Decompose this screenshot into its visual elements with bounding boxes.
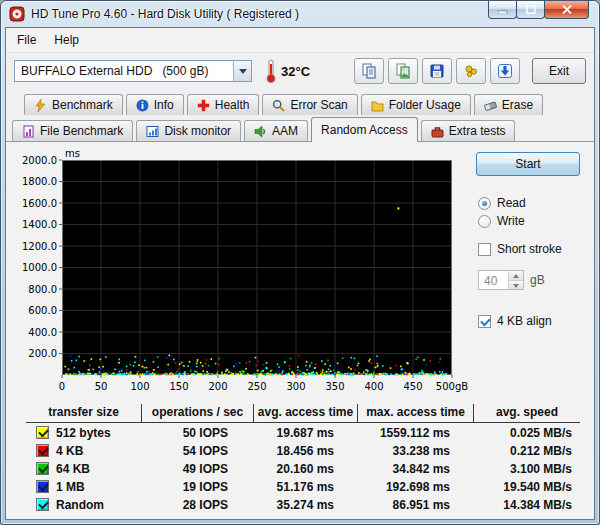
tab-folder-usage[interactable]: Folder Usage: [361, 94, 471, 115]
table-row: 512 bytes 50 IOPS 19.687 ms 1559.112 ms …: [26, 424, 580, 441]
kb-align-checkbox[interactable]: [478, 315, 491, 328]
file-benchmark-icon: [22, 125, 35, 138]
toolbar-buttons: [354, 58, 520, 84]
minimize-button[interactable]: [488, 1, 517, 19]
y-axis-label: 800.0: [28, 284, 57, 295]
max-access-value: 1559.112 ms: [358, 426, 474, 440]
tab-extra-tests[interactable]: Extra tests: [421, 120, 516, 141]
health-icon: [197, 99, 210, 112]
download-arrow-icon: [497, 63, 513, 79]
tab-benchmark[interactable]: Benchmark: [24, 94, 123, 115]
max-access-value: 34.842 ms: [358, 462, 474, 476]
options-icon: [463, 63, 479, 79]
chevron-down-icon[interactable]: [233, 61, 251, 81]
maximize-button[interactable]: [516, 1, 545, 19]
tab-file-benchmark[interactable]: File Benchmark: [12, 120, 133, 141]
tab-strip: Benchmark Info Health Error Scan Folder …: [6, 90, 594, 141]
series-checkbox[interactable]: [36, 462, 49, 475]
y-axis-label: 600.0: [28, 305, 57, 316]
x-axis-label: 450: [403, 381, 422, 392]
maximize-icon: [526, 5, 536, 14]
tab-disk-monitor[interactable]: Disk monitor: [136, 120, 241, 141]
eraser-icon: [484, 99, 497, 112]
client-area: File Help BUFFALO External HDD (500 gB) …: [5, 27, 595, 520]
column-header: operations / sec: [142, 404, 254, 422]
window-controls: [489, 1, 589, 19]
minimize-icon: [498, 5, 508, 14]
copy-screenshot-button[interactable]: [388, 58, 418, 84]
tab-label: File Benchmark: [40, 124, 123, 138]
start-button[interactable]: Start: [476, 152, 580, 176]
short-stroke-size-spinner[interactable]: 40: [478, 270, 524, 290]
short-stroke-size-value[interactable]: 40: [479, 271, 508, 289]
tab-error-scan[interactable]: Error Scan: [262, 94, 357, 115]
ops-value: 54 IOPS: [142, 444, 254, 458]
table-row: Random 28 IOPS 35.274 ms 86.951 ms 14.38…: [26, 496, 580, 513]
avg-speed-value: 14.384 MB/s: [474, 498, 580, 512]
tab-label: Disk monitor: [164, 124, 231, 138]
series-checkbox[interactable]: [36, 480, 49, 493]
speaker-icon: [254, 125, 267, 138]
x-axis-label: 250: [247, 381, 266, 392]
download-button[interactable]: [490, 58, 520, 84]
test-controls: Start Read Write Short stroke 40: [476, 152, 580, 328]
drive-select[interactable]: BUFFALO External HDD (500 gB): [14, 60, 252, 82]
x-axis-label: 50: [95, 381, 108, 392]
column-header: avg. speed: [474, 404, 580, 422]
folder-icon: [371, 99, 384, 112]
ops-value: 49 IOPS: [142, 462, 254, 476]
x-axis-label: 0: [59, 381, 65, 392]
ops-value: 28 IOPS: [142, 498, 254, 512]
disk-monitor-icon: [146, 125, 159, 138]
close-icon: [562, 5, 572, 14]
read-radio[interactable]: [478, 197, 491, 210]
menu-bar: File Help: [6, 28, 594, 53]
menu-file[interactable]: File: [9, 30, 44, 50]
max-access-value: 192.698 ms: [358, 480, 474, 494]
copy-text-button[interactable]: [354, 58, 384, 84]
tab-erase[interactable]: Erase: [474, 94, 543, 115]
close-button[interactable]: [544, 1, 589, 19]
tab-label: Info: [154, 98, 174, 112]
options-button[interactable]: [456, 58, 486, 84]
save-icon: [429, 63, 445, 79]
toolbar: BUFFALO External HDD (500 gB) 32°C: [6, 53, 594, 90]
tab-random-access[interactable]: Random Access: [311, 117, 418, 142]
x-axis-label: 150: [169, 381, 188, 392]
short-stroke-unit: gB: [530, 273, 545, 287]
series-checkbox[interactable]: [36, 498, 49, 511]
tab-label: Erase: [502, 98, 533, 112]
kb-align-label: 4 KB align: [497, 314, 552, 328]
series-checkbox[interactable]: [36, 444, 49, 457]
spinner-down-icon[interactable]: [509, 281, 523, 290]
table-header: transfer size operations / sec avg. acce…: [26, 404, 580, 423]
tab-health[interactable]: Health: [187, 94, 260, 115]
write-radio[interactable]: [478, 215, 491, 228]
column-header: transfer size: [26, 404, 142, 422]
menu-help[interactable]: Help: [46, 30, 87, 50]
exit-button[interactable]: Exit: [532, 58, 586, 84]
x-axis-label: 300: [286, 381, 305, 392]
short-stroke-checkbox[interactable]: [478, 243, 491, 256]
table-row: 4 KB 54 IOPS 18.456 ms 33.238 ms 0.212 M…: [26, 442, 580, 459]
magnifier-icon: [272, 99, 285, 112]
drive-name: BUFFALO External HDD: [21, 64, 152, 78]
tab-label: Extra tests: [449, 124, 506, 138]
avg-access-value: 20.160 ms: [254, 462, 358, 476]
tab-row-1: Benchmark Info Health Error Scan Folder …: [24, 94, 588, 115]
tab-label: Benchmark: [52, 98, 113, 112]
random-access-panel: 2000.01800.01600.01400.01200.01000.0800.…: [6, 141, 594, 519]
series-checkbox[interactable]: [36, 426, 49, 439]
x-axis-label: 500gB: [436, 381, 468, 392]
copy-screenshot-icon: [395, 63, 411, 79]
save-screenshot-button[interactable]: [422, 58, 452, 84]
short-stroke-label: Short stroke: [497, 242, 562, 256]
transfer-size-label: 512 bytes: [56, 426, 111, 440]
tab-info[interactable]: Info: [126, 94, 184, 115]
max-access-outlier-point: [397, 207, 399, 209]
window-title: HD Tune Pro 4.60 - Hard Disk Utility ( R…: [31, 7, 299, 21]
tab-aam[interactable]: AAM: [244, 120, 308, 141]
avg-speed-value: 0.212 MB/s: [474, 444, 580, 458]
spinner-up-icon[interactable]: [509, 271, 523, 281]
y-axis-label: 1600.0: [22, 198, 57, 209]
